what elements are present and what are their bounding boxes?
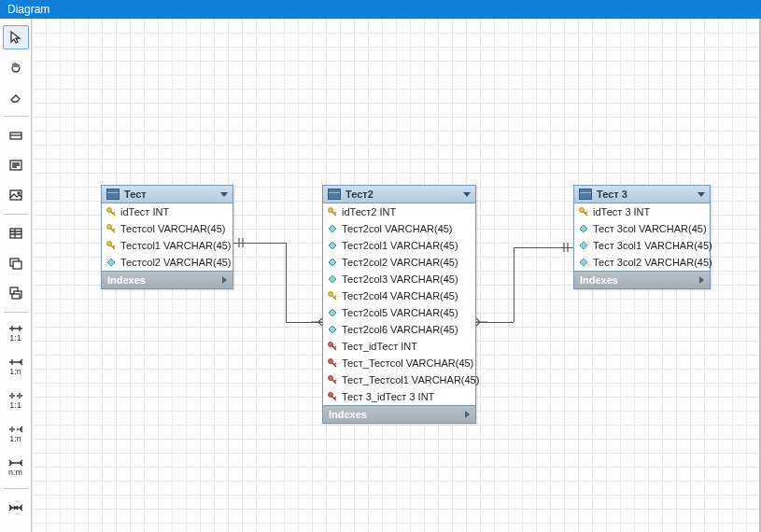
indexes-label: Indexes — [580, 274, 618, 286]
column-row[interactable]: Тест2col6 VARCHAR(45) — [323, 321, 475, 338]
note-tool[interactable] — [3, 153, 29, 177]
column-icon — [106, 258, 116, 267]
entity-table[interactable]: Тест 3idТест 3 INTТест 3col VARCHAR(45)Т… — [573, 185, 711, 289]
entity-table-body: idТест INTТестcol VARCHAR(45)Тестcol1 VA… — [102, 203, 233, 271]
entity-table-body: idТест2 INTТест2col VARCHAR(45)Тест2col1… — [323, 203, 475, 405]
rel-existing-tool[interactable] — [3, 496, 29, 520]
column-row[interactable]: Тест 3_idТест 3 INT — [323, 388, 475, 405]
column-text: Тест2col VARCHAR(45) — [342, 223, 453, 234]
column-row[interactable]: Тест2col VARCHAR(45) — [323, 220, 475, 237]
rel-label: 1:n — [9, 367, 21, 376]
collapse-caret-icon[interactable] — [698, 192, 705, 197]
column-text: idТест2 INT — [342, 206, 396, 217]
routine-tool[interactable] — [3, 281, 29, 305]
layer-tool[interactable] — [3, 123, 29, 147]
rel-label: 1:1 — [9, 400, 21, 410]
primary-key-icon — [106, 207, 116, 217]
column-text: Тест 3col VARCHAR(45) — [593, 223, 707, 234]
toolbar-separator — [4, 312, 28, 313]
entity-table-title: Тест — [124, 189, 147, 200]
column-text: Тест 3col2 VARCHAR(45) — [593, 257, 712, 268]
svg-rect-6 — [13, 261, 21, 269]
foreign-key-icon — [328, 358, 337, 368]
column-row[interactable]: Тест_idТест INT — [323, 338, 475, 355]
view-tool[interactable] — [3, 251, 29, 275]
entity-table-header[interactable]: Тест2 — [323, 186, 475, 203]
window-titlebar: Diagram — [0, 0, 761, 19]
column-row[interactable]: idТест 3 INT — [574, 203, 710, 220]
rel-label: n:m — [8, 468, 22, 477]
svg-rect-9 — [12, 294, 20, 299]
column-text: idТест INT — [120, 206, 169, 217]
expand-caret-icon[interactable] — [699, 276, 704, 284]
column-icon — [328, 325, 337, 334]
indexes-section[interactable]: Indexes — [102, 271, 233, 288]
column-row[interactable]: idТест INT — [102, 203, 233, 220]
table-tool[interactable] — [3, 221, 29, 245]
column-row[interactable]: Тест2col2 VARCHAR(45) — [323, 254, 475, 271]
column-row[interactable]: Тестcol VARCHAR(45) — [102, 220, 233, 237]
column-icon — [328, 308, 337, 317]
column-row[interactable]: Тестcol2 VARCHAR(45) — [102, 254, 233, 271]
indexes-section[interactable]: Indexes — [323, 405, 475, 423]
column-text: Тестcol2 VARCHAR(45) — [120, 257, 232, 268]
foreign-key-icon — [328, 375, 337, 385]
column-row[interactable]: Тест2col1 VARCHAR(45) — [323, 237, 475, 254]
pan-tool[interactable] — [3, 55, 29, 79]
table-icon — [106, 189, 120, 200]
column-row[interactable]: Тест 3col1 VARCHAR(45) — [574, 237, 710, 254]
column-row[interactable]: Тест2col5 VARCHAR(45) — [323, 304, 475, 321]
entity-table-header[interactable]: Тест 3 — [574, 186, 710, 203]
column-row[interactable]: Тест 3col2 VARCHAR(45) — [574, 254, 710, 271]
rel-n-m-tool[interactable]: n:m — [3, 454, 29, 482]
column-row[interactable]: Тест2col4 VARCHAR(45) — [323, 287, 475, 304]
entity-table[interactable]: Тест2idТест2 INTТест2col VARCHAR(45)Тест… — [322, 185, 476, 424]
primary-key-icon — [106, 241, 116, 250]
collapse-caret-icon[interactable] — [463, 192, 471, 197]
column-text: Тест 3_idТест 3 INT — [342, 391, 434, 402]
column-text: Тест2col1 VARCHAR(45) — [342, 240, 458, 251]
column-text: Тест2col6 VARCHAR(45) — [342, 324, 458, 335]
column-icon — [579, 241, 588, 250]
expand-caret-icon[interactable] — [465, 411, 470, 418]
toolbar: 1:1 1:n 1:1 1:n n:m — [0, 19, 32, 532]
rel-one-one-identifying-tool[interactable]: 1:1 — [3, 319, 29, 347]
column-text: Тест 3col1 VARCHAR(45) — [593, 240, 712, 251]
column-text: Тест2col2 VARCHAR(45) — [342, 257, 458, 268]
entity-table[interactable]: ТестidТест INTТестcol VARCHAR(45)Тестcol… — [101, 185, 233, 289]
toolbar-separator — [4, 488, 28, 489]
eraser-tool[interactable] — [3, 85, 29, 109]
column-row[interactable]: idТест2 INT — [323, 203, 475, 220]
column-text: Тестcol VARCHAR(45) — [120, 223, 225, 234]
column-text: idТест 3 INT — [593, 206, 650, 217]
column-row[interactable]: Тест 3col VARCHAR(45) — [574, 220, 710, 237]
toolbar-separator — [4, 214, 28, 215]
pointer-tool[interactable] — [3, 25, 29, 49]
primary-key-icon — [328, 207, 337, 217]
indexes-section[interactable]: Indexes — [574, 271, 710, 288]
table-icon — [328, 189, 341, 200]
rel-one-n-identifying-tool[interactable]: 1:n — [3, 353, 29, 381]
indexes-label: Indexes — [107, 274, 146, 286]
column-row[interactable]: Тестcol1 VARCHAR(45) — [102, 237, 233, 254]
table-icon — [579, 189, 592, 200]
column-row[interactable]: Тест2col3 VARCHAR(45) — [323, 271, 475, 287]
entity-table-header[interactable]: Тест — [102, 186, 233, 203]
primary-key-icon — [328, 291, 337, 301]
toolbar-separator — [4, 116, 28, 117]
column-row[interactable]: Тест_Тестcol VARCHAR(45) — [323, 355, 475, 371]
collapse-caret-icon[interactable] — [220, 192, 228, 197]
column-icon — [328, 241, 337, 250]
expand-caret-icon[interactable] — [222, 276, 227, 284]
entity-table-title: Тест2 — [345, 189, 373, 200]
column-text: Тест_Тестcol VARCHAR(45) — [342, 357, 473, 369]
column-icon — [579, 258, 588, 267]
primary-key-icon — [106, 224, 116, 233]
image-tool[interactable] — [3, 183, 29, 207]
entity-table-title: Тест 3 — [597, 189, 627, 200]
svg-rect-4 — [10, 229, 21, 238]
column-row[interactable]: Тест_Тестcol1 VARCHAR(45) — [323, 371, 475, 388]
rel-one-one-nonident-tool[interactable]: 1:1 — [3, 386, 29, 414]
rel-one-n-nonident-tool[interactable]: 1:n — [3, 420, 29, 448]
diagram-canvas[interactable]: ТестidТест INTТестcol VARCHAR(45)Тестcol… — [32, 19, 761, 532]
